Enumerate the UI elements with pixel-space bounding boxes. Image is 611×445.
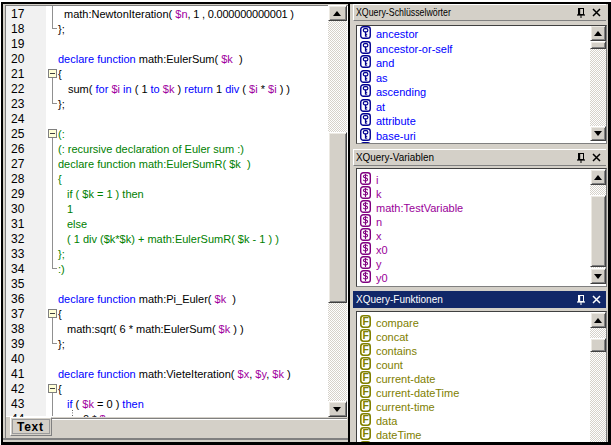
- svg-text:F: F: [362, 413, 369, 425]
- svg-text:F: F: [362, 357, 369, 369]
- svg-text:F: F: [362, 371, 369, 383]
- svg-text:F: F: [362, 427, 369, 439]
- svg-text:F: F: [362, 385, 369, 397]
- svg-text:F: F: [362, 315, 369, 327]
- svg-text:F: F: [362, 329, 369, 341]
- svg-text:F: F: [362, 343, 369, 355]
- svg-text:F: F: [362, 399, 369, 411]
- svg-text:F: F: [362, 441, 369, 442]
